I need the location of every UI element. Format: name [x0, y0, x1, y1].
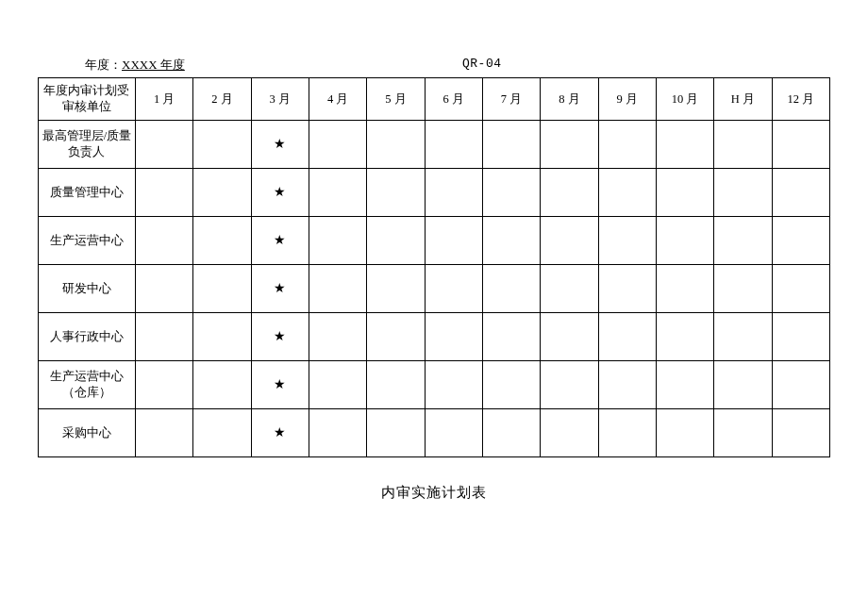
plan-cell: [656, 169, 713, 217]
month-header: 9 月: [598, 78, 656, 121]
plan-cell: [482, 121, 540, 169]
month-header: 5 月: [367, 78, 425, 121]
plan-cell: [309, 265, 366, 313]
row-label: 人事行政中心: [39, 313, 136, 361]
plan-cell: [367, 313, 425, 361]
month-header: 2 月: [193, 78, 251, 121]
plan-cell: [772, 313, 829, 361]
star-icon: ★: [274, 137, 286, 151]
plan-cell: [772, 265, 829, 313]
table-row: 采购中心★: [39, 409, 830, 457]
plan-cell: [193, 169, 251, 217]
plan-cell: [714, 409, 772, 457]
plan-cell: [367, 361, 425, 409]
plan-cell: [714, 121, 772, 169]
star-icon: ★: [274, 233, 286, 247]
plan-cell: [656, 121, 713, 169]
plan-cell: [656, 313, 713, 361]
plan-cell: [482, 409, 540, 457]
plan-cell: [482, 169, 540, 217]
month-header: 3 月: [251, 78, 309, 121]
month-header: 1 月: [135, 78, 192, 121]
plan-cell: [193, 361, 251, 409]
plan-cell: [772, 217, 829, 265]
plan-cell: [656, 265, 713, 313]
plan-cell: [425, 409, 482, 457]
plan-cell: [135, 169, 192, 217]
year-value: XXXX 年度: [122, 58, 185, 72]
plan-cell: [598, 361, 656, 409]
plan-cell: [541, 169, 598, 217]
corner-header: 年度内审计划受审核单位: [39, 78, 136, 121]
plan-cell: [425, 361, 482, 409]
star-icon: ★: [274, 281, 286, 295]
plan-cell: [135, 265, 192, 313]
month-header: 12 月: [772, 78, 829, 121]
plan-cell: [541, 409, 598, 457]
plan-cell: [541, 361, 598, 409]
plan-cell: [598, 217, 656, 265]
plan-cell: ★: [251, 313, 309, 361]
row-label: 生产运营中心: [39, 217, 136, 265]
plan-cell: [656, 361, 713, 409]
table-header-row: 年度内审计划受审核单位 1 月 2 月 3 月 4 月 5 月 6 月 7 月 …: [39, 78, 830, 121]
row-label: 研发中心: [39, 265, 136, 313]
plan-cell: [309, 121, 366, 169]
plan-cell: [367, 217, 425, 265]
year-label: 年度：: [85, 58, 122, 72]
plan-cell: [425, 313, 482, 361]
plan-cell: [367, 121, 425, 169]
plan-cell: [598, 121, 656, 169]
row-label: 采购中心: [39, 409, 136, 457]
plan-cell: ★: [251, 265, 309, 313]
plan-cell: [482, 313, 540, 361]
plan-cell: ★: [251, 217, 309, 265]
month-header: 10 月: [656, 78, 713, 121]
plan-cell: [714, 313, 772, 361]
plan-cell: [541, 265, 598, 313]
star-icon: ★: [274, 185, 286, 199]
plan-cell: [598, 409, 656, 457]
plan-cell: ★: [251, 409, 309, 457]
month-header: 7 月: [482, 78, 540, 121]
plan-cell: [367, 169, 425, 217]
plan-cell: [598, 169, 656, 217]
plan-cell: [425, 121, 482, 169]
plan-cell: [135, 361, 192, 409]
plan-cell: [425, 217, 482, 265]
plan-cell: [135, 409, 192, 457]
table-body: 最高管理层/质量负责人★质量管理中心★生产运营中心★研发中心★人事行政中心★生产…: [39, 121, 830, 457]
meta-code: QR-04: [462, 57, 502, 74]
star-icon: ★: [274, 329, 286, 343]
plan-cell: [482, 217, 540, 265]
plan-cell: [135, 121, 192, 169]
table-row: 生产运营中心（仓库）★: [39, 361, 830, 409]
plan-cell: [482, 361, 540, 409]
star-icon: ★: [274, 425, 286, 440]
plan-cell: [309, 409, 366, 457]
table-row: 人事行政中心★: [39, 313, 830, 361]
plan-cell: ★: [251, 121, 309, 169]
meta-row: 年度：XXXX 年度 QR-04: [38, 57, 830, 74]
month-header: 4 月: [309, 78, 366, 121]
document-page: 年度：XXXX 年度 QR-04 年度内审计划受审核单位 1 月 2 月 3 月…: [0, 0, 868, 502]
plan-cell: [714, 169, 772, 217]
plan-cell: [541, 217, 598, 265]
month-header: H 月: [714, 78, 772, 121]
plan-cell: [309, 361, 366, 409]
plan-cell: [367, 409, 425, 457]
plan-cell: [135, 217, 192, 265]
plan-cell: [193, 121, 251, 169]
star-icon: ★: [274, 377, 286, 391]
plan-cell: [714, 265, 772, 313]
table-row: 质量管理中心★: [39, 169, 830, 217]
plan-cell: [714, 217, 772, 265]
plan-cell: [193, 313, 251, 361]
plan-cell: [772, 169, 829, 217]
month-header: 8 月: [541, 78, 598, 121]
plan-cell: [541, 121, 598, 169]
row-label: 生产运营中心（仓库）: [39, 361, 136, 409]
plan-cell: [598, 265, 656, 313]
table-row: 生产运营中心★: [39, 217, 830, 265]
plan-cell: [193, 265, 251, 313]
